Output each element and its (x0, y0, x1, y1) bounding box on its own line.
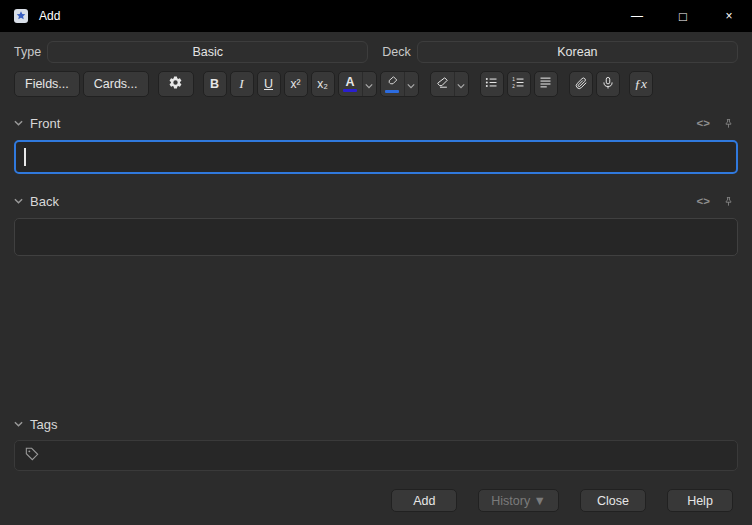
window-title: Add (39, 9, 60, 23)
close-icon: × (725, 9, 732, 23)
maximize-button[interactable]: □ (660, 0, 706, 32)
tags-header: Tags (0, 414, 752, 434)
bold-button[interactable]: B (203, 71, 227, 97)
highlight-color-button[interactable] (381, 72, 404, 96)
text-color-button[interactable]: A (339, 72, 362, 96)
bullet-list-icon (484, 75, 499, 93)
deck-selector[interactable]: Korean (417, 41, 738, 63)
empty-space (0, 256, 752, 414)
tag-icon (24, 446, 40, 466)
svg-text:2: 2 (512, 84, 515, 89)
numbered-list-icon: 12 (511, 75, 526, 93)
bullet-list-button[interactable] (480, 71, 504, 97)
svg-text:1: 1 (512, 77, 515, 82)
chevron-down-icon (457, 77, 465, 92)
fields-button[interactable]: Fields... (14, 71, 80, 97)
add-note-window: Add — □ × Type Basic Deck Korean Fields.… (0, 0, 752, 525)
minimize-icon: — (631, 9, 643, 23)
chevron-down-icon (365, 77, 373, 92)
mathjax-button[interactable]: ƒx (629, 71, 653, 97)
maximize-icon: □ (679, 9, 687, 24)
attachment-button[interactable] (569, 71, 593, 97)
back-collapse-chevron-icon[interactable] (14, 198, 23, 204)
front-field-input[interactable] (14, 140, 738, 174)
minimize-button[interactable]: — (614, 0, 660, 32)
remove-formatting-split-button (430, 71, 469, 97)
highlight-color-dropdown[interactable] (404, 72, 418, 96)
back-field-input[interactable] (14, 218, 738, 256)
chevron-down-icon (407, 77, 415, 92)
type-label: Type (14, 45, 41, 59)
notetype-selector[interactable]: Basic (47, 41, 368, 63)
close-dialog-button[interactable]: Close (580, 489, 646, 512)
text-caret (24, 148, 26, 166)
window-controls: — □ × (614, 0, 752, 32)
text-color-swatch (343, 89, 357, 92)
history-button[interactable]: History ▼ (478, 489, 559, 512)
front-html-editor-icon[interactable]: <> (697, 117, 710, 129)
paperclip-icon (574, 76, 588, 93)
subscript-button[interactable]: x₂ (311, 71, 335, 97)
front-field-label: Front (30, 116, 60, 131)
back-field-header: Back <> (0, 191, 752, 211)
back-field-label: Back (30, 194, 59, 209)
deck-label: Deck (382, 45, 410, 59)
numbered-list-button[interactable]: 12 (507, 71, 531, 97)
justify-icon (538, 75, 553, 93)
tags-label: Tags (30, 417, 57, 432)
text-color-letter: A (346, 76, 355, 89)
back-pin-icon[interactable] (723, 195, 734, 208)
tags-input[interactable] (14, 440, 738, 471)
justify-button[interactable] (534, 71, 558, 97)
remove-formatting-button[interactable] (431, 72, 454, 96)
italic-button[interactable]: I (230, 71, 254, 97)
gear-icon (168, 75, 183, 93)
eraser-icon (435, 75, 450, 93)
editor-settings-button[interactable] (158, 71, 194, 97)
tags-collapse-chevron-icon[interactable] (14, 421, 23, 427)
front-field-header: Front <> (0, 113, 752, 133)
highlight-color-swatch (385, 90, 399, 93)
underline-button[interactable]: U (257, 71, 281, 97)
remove-formatting-dropdown[interactable] (454, 72, 468, 96)
microphone-icon (601, 76, 615, 93)
record-audio-button[interactable] (596, 71, 620, 97)
help-button[interactable]: Help (667, 489, 733, 512)
anki-app-icon (13, 8, 29, 24)
editor-toolbar: Fields... Cards... B I U x² x₂ A (0, 63, 752, 97)
close-button[interactable]: × (706, 0, 752, 32)
back-html-editor-icon[interactable]: <> (697, 195, 710, 207)
add-button[interactable]: Add (391, 489, 457, 512)
front-collapse-chevron-icon[interactable] (14, 120, 23, 126)
highlighter-icon (386, 75, 399, 89)
notetype-deck-row: Type Basic Deck Korean (0, 32, 752, 63)
front-pin-icon[interactable] (723, 117, 734, 130)
superscript-button[interactable]: x² (284, 71, 308, 97)
highlight-color-split-button (380, 71, 419, 97)
text-color-dropdown[interactable] (362, 72, 376, 96)
text-color-split-button: A (338, 71, 377, 97)
titlebar[interactable]: Add — □ × (0, 0, 752, 32)
cards-button[interactable]: Cards... (83, 71, 149, 97)
footer-buttons: Add History ▼ Close Help (0, 471, 752, 525)
